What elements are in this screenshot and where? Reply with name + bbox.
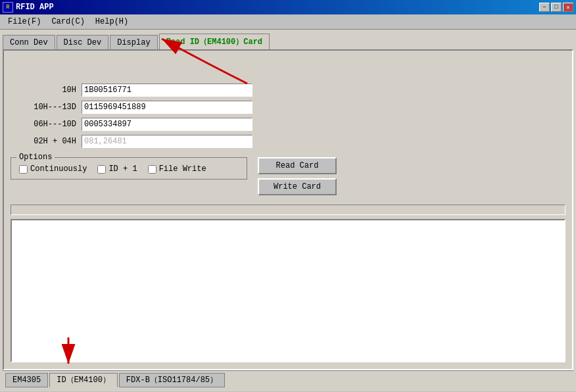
form-row-10h: 10H — [11, 84, 565, 97]
label-02h04h: 02H + 04H — [11, 137, 76, 146]
label-10h13d: 10H---13D — [11, 103, 76, 112]
bottom-tab-fdx-b[interactable]: FDX-B（ISO11784/85） — [119, 373, 225, 387]
menu-card[interactable]: Card(C) — [46, 16, 89, 28]
label-06h10d: 06H---10D — [11, 120, 76, 129]
checkbox-id-plus-1[interactable]: ID + 1 — [97, 164, 137, 174]
close-button[interactable]: ✕ — [563, 3, 573, 12]
input-10h13d[interactable] — [82, 101, 252, 114]
title-bar: R RFID APP – □ ✕ — [0, 0, 576, 14]
content-panel: 10H 10H---13D 06H---10D 02H + 04H Option… — [3, 49, 573, 370]
menu-help[interactable]: Help(H) — [90, 16, 133, 28]
bottom-tab-em4305[interactable]: EM4305 — [5, 373, 48, 387]
form-row-02h04h: 02H + 04H — [11, 135, 565, 148]
write-card-button[interactable]: Write Card — [258, 178, 337, 195]
tab-display[interactable]: Display — [110, 35, 157, 49]
form-row-10h13d: 10H---13D — [11, 101, 565, 114]
menu-file[interactable]: File(F) — [3, 16, 46, 28]
form-section: 10H 10H---13D 06H---10D 02H + 04H Option… — [11, 84, 565, 195]
checkbox-continuously[interactable]: Continuously — [19, 164, 87, 174]
bottom-tab-bar: EM4305 ID（EM4100） FDX-B（ISO11784/85） — [3, 370, 573, 389]
options-group: Options Continuously ID + 1 File Writ — [11, 157, 247, 180]
tab-disc-dev[interactable]: Disc Dev — [57, 35, 109, 49]
tab-conn-dev[interactable]: Conn Dev — [3, 35, 55, 49]
tab-bar: Conn Dev Disc Dev Display Read ID（EM4100… — [3, 32, 573, 49]
input-02h04h[interactable] — [82, 135, 252, 148]
status-bar-area — [11, 205, 565, 215]
checkbox-file-write[interactable]: File Write — [148, 164, 206, 174]
action-buttons: Read Card Write Card — [258, 157, 337, 195]
input-10h[interactable] — [82, 84, 252, 97]
annotation-arrow — [4, 51, 572, 87]
read-card-button[interactable]: Read Card — [258, 157, 337, 174]
label-10h: 10H — [11, 86, 76, 95]
app-title: RFID APP — [16, 3, 54, 12]
options-legend: Options — [16, 153, 55, 162]
form-row-06h10d: 06H---10D — [11, 118, 565, 131]
log-area[interactable] — [11, 219, 565, 362]
tab-read-id[interactable]: Read ID（EM4100）Card — [159, 34, 270, 49]
app-icon: R — [3, 2, 13, 12]
input-06h10d[interactable] — [82, 118, 252, 131]
bottom-tab-id-em4100[interactable]: ID（EM4100） — [49, 373, 118, 387]
menu-bar: File(F) Card(C) Help(H) — [0, 14, 576, 30]
minimize-button[interactable]: – — [539, 3, 550, 12]
maximize-button[interactable]: □ — [551, 3, 562, 12]
